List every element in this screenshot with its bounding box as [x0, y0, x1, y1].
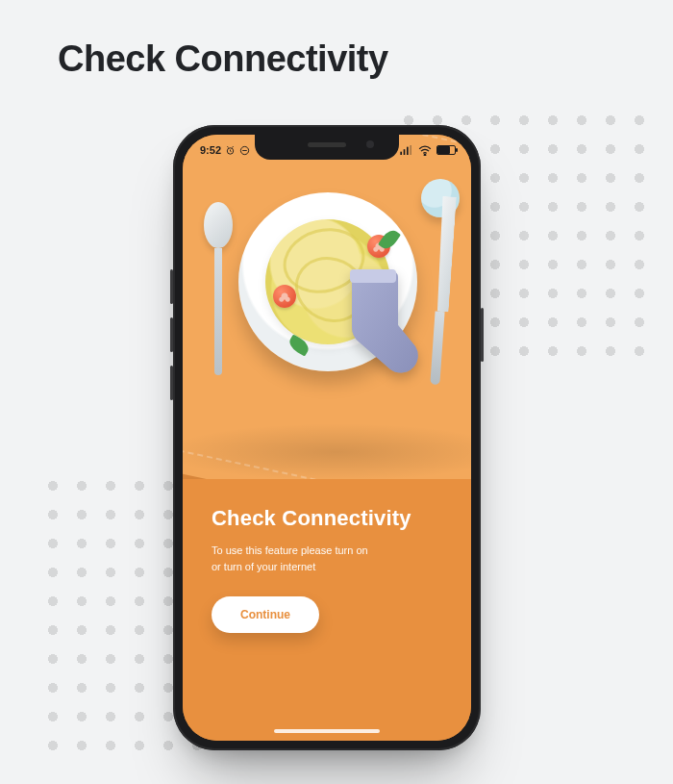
screen-content: Check Connectivity To use this feature p…	[183, 479, 471, 741]
svg-rect-3	[404, 149, 406, 155]
signal-icon	[400, 145, 413, 155]
svg-rect-4	[407, 147, 409, 155]
phone-screen: 9:52	[183, 135, 471, 741]
svg-rect-5	[410, 145, 411, 155]
dnd-icon	[239, 145, 250, 156]
svg-point-6	[424, 154, 426, 156]
sock-icon	[333, 267, 419, 383]
spoon-icon	[204, 202, 233, 375]
phone-frame: 9:52	[173, 125, 481, 750]
wifi-icon	[418, 145, 432, 156]
status-time: 9:52	[200, 144, 221, 156]
svg-rect-7	[350, 269, 396, 283]
home-indicator[interactable]	[274, 729, 380, 733]
svg-rect-2	[400, 152, 402, 155]
tomato-icon	[273, 285, 296, 308]
phone-notch	[255, 135, 399, 160]
page-title: Check Connectivity	[58, 38, 388, 80]
screen-heading: Check Connectivity	[212, 506, 442, 531]
battery-icon	[436, 145, 456, 155]
continue-button[interactable]: Continue	[212, 596, 319, 633]
plate-icon	[238, 192, 417, 371]
alarm-icon	[225, 145, 236, 156]
screen-body: To use this feature please turn on or tu…	[212, 543, 394, 575]
shadow-decor	[183, 423, 471, 481]
